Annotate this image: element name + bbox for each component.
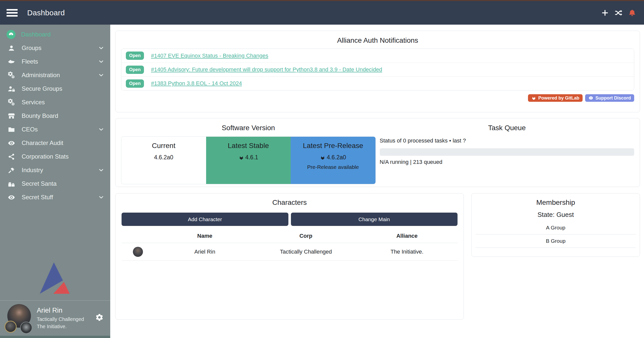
task-queue-progressbar xyxy=(380,148,634,156)
sidebar-item-ceos[interactable]: CEOs xyxy=(0,123,110,136)
plus-icon[interactable] xyxy=(601,9,609,17)
discord-icon xyxy=(588,95,593,101)
powered-by-gitlab-badge[interactable]: Powered by GitLab xyxy=(528,94,583,102)
software-task-panel: Software Version Current 4.6.2a0 Latest … xyxy=(115,118,640,187)
cell-corp: Tactically Challenged xyxy=(255,249,357,255)
user-name: Ariel Rin xyxy=(37,306,84,315)
sidebar-item-label: Secret Santa xyxy=(22,180,57,187)
sidebar-item-groups[interactable]: Groups xyxy=(0,41,110,55)
version-value: 4.6.1 xyxy=(245,154,258,161)
support-discord-badge[interactable]: Support Discord xyxy=(585,94,634,102)
user-lock-icon xyxy=(7,85,16,92)
list-item: B Group xyxy=(476,234,636,248)
table-row: Ariel Rin Tactically Challenged The Init… xyxy=(122,243,458,261)
version-value: 4.6.2a0 xyxy=(327,154,346,161)
version-label: Latest Stable xyxy=(206,142,291,150)
sidebar-item-label: Dashboard xyxy=(21,31,51,38)
sidebar-nav: Dashboard Groups Fleets Administration S… xyxy=(0,25,110,204)
membership-state: State: Guest xyxy=(472,211,640,219)
sidebar-item-label: Services xyxy=(22,99,45,106)
sidebar-item-label: Secret Stuff xyxy=(22,194,53,201)
sidebar-item-label: Industry xyxy=(22,167,43,174)
task-queue-section: Task Queue Status of 0 processed tasks •… xyxy=(376,124,634,187)
user-corp: Tactically Challenged xyxy=(37,316,84,322)
version-label: Latest Pre-Release xyxy=(291,142,375,150)
storefront-icon xyxy=(7,112,16,120)
ship-icon xyxy=(7,58,16,65)
gears-icon xyxy=(7,72,16,79)
characters-title: Characters xyxy=(122,199,458,207)
header-corp: Corp xyxy=(255,233,357,239)
software-version-title: Software Version xyxy=(121,124,376,132)
sidebar-item-secret-santa[interactable]: Secret Santa xyxy=(0,177,110,190)
sidebar-item-label: Corporation Stats xyxy=(22,153,69,160)
prerelease-note: Pre-Release available xyxy=(291,164,375,170)
sidebar-item-corporation-stats[interactable]: Corporation Stats xyxy=(0,150,110,163)
list-item: A Group xyxy=(476,221,636,234)
shuffle-icon[interactable] xyxy=(614,9,623,17)
notification-row: Open #1407 EVE Equinox Status - Breaking… xyxy=(121,49,634,63)
gitlab-icon xyxy=(531,95,536,101)
corp-logo-badge xyxy=(5,321,17,333)
sidebar-item-label: Bounty Board xyxy=(22,112,58,119)
sidebar-item-character-audit[interactable]: Character Audit xyxy=(0,136,110,150)
main-content: Alliance Auth Notifications Open #1407 E… xyxy=(110,25,644,338)
user-alliance: The Initiative. xyxy=(37,323,84,330)
topbar-actions xyxy=(601,9,644,17)
membership-title: Membership xyxy=(472,199,640,207)
chevron-down-icon xyxy=(98,72,104,78)
characters-table: Name Corp Alliance Ariel Rin Tactically … xyxy=(122,229,458,261)
gitlab-icon xyxy=(239,155,244,160)
chevron-down-icon xyxy=(98,45,104,51)
chevron-down-icon xyxy=(98,126,104,132)
version-latest-stable: Latest Stable 4.6.1 xyxy=(206,137,291,184)
gear-icon[interactable] xyxy=(95,313,104,323)
chevron-down-icon xyxy=(98,59,104,65)
task-queue-status: Status of 0 processed tasks • last ? xyxy=(380,137,634,144)
sidebar-item-secure-groups[interactable]: Secure Groups xyxy=(0,82,110,95)
sidebar-item-services[interactable]: Services xyxy=(0,95,110,109)
membership-panel: Membership State: Guest A Group B Group xyxy=(471,193,640,257)
notifications-title: Alliance Auth Notifications xyxy=(121,36,634,44)
add-character-button[interactable]: Add Character xyxy=(122,213,288,226)
user-panel[interactable]: Ariel Rin Tactically Challenged The Init… xyxy=(0,300,110,336)
sidebar-item-industry[interactable]: Industry xyxy=(0,163,110,177)
header-name: Name xyxy=(154,233,255,239)
bell-icon[interactable] xyxy=(628,9,636,17)
eye-icon xyxy=(7,194,16,201)
sidebar-item-label: Character Audit xyxy=(22,139,63,147)
user-icon xyxy=(7,44,16,52)
change-main-button[interactable]: Change Main xyxy=(291,213,458,226)
gitlab-icon xyxy=(320,155,325,160)
chevron-down-icon xyxy=(98,194,104,200)
sidebar-item-secret-stuff[interactable]: Secret Stuff xyxy=(0,190,110,204)
top-navbar: Dashboard xyxy=(0,1,644,25)
sidebar-item-dashboard[interactable]: Dashboard xyxy=(0,28,110,41)
characters-actions: Add Character Change Main xyxy=(122,213,458,226)
version-current: Current 4.6.2a0 xyxy=(121,137,206,184)
sidebar-item-fleets[interactable]: Fleets xyxy=(0,55,110,68)
notifications-panel: Alliance Auth Notifications Open #1407 E… xyxy=(115,31,640,112)
sidebar-item-label: CEOs xyxy=(22,126,38,133)
badge-label: Support Discord xyxy=(595,95,631,101)
header-alliance: Alliance xyxy=(356,233,458,239)
status-badge: Open xyxy=(126,52,144,60)
gears-icon xyxy=(7,99,16,106)
menu-toggle-icon[interactable] xyxy=(7,9,18,17)
sidebar-item-administration[interactable]: Administration xyxy=(0,68,110,82)
notification-link[interactable]: #1405 Advisory: Future development will … xyxy=(151,66,382,73)
notification-link[interactable]: #1383 Python 3.8 EOL - 14 Oct 2024 xyxy=(151,80,242,87)
share-icon xyxy=(7,153,16,160)
cell-alliance: The Initiative. xyxy=(356,249,458,255)
table-header-row: Name Corp Alliance xyxy=(122,229,458,243)
notification-row: Open #1405 Advisory: Future development … xyxy=(121,63,634,76)
folder-icon xyxy=(7,126,16,133)
sidebar-item-bounty-board[interactable]: Bounty Board xyxy=(0,109,110,123)
notification-row: Open #1383 Python 3.8 EOL - 14 Oct 2024 xyxy=(121,76,634,90)
sidebar-bottom-strip xyxy=(0,336,110,338)
sidebar: Dashboard Groups Fleets Administration S… xyxy=(0,25,110,338)
badge-label: Powered by GitLab xyxy=(538,95,579,101)
membership-groups: A Group B Group xyxy=(472,221,640,248)
notifications-list: Open #1407 EVE Equinox Status - Breaking… xyxy=(121,49,634,90)
notification-link[interactable]: #1407 EVE Equinox Status - Breaking Chan… xyxy=(151,53,268,59)
